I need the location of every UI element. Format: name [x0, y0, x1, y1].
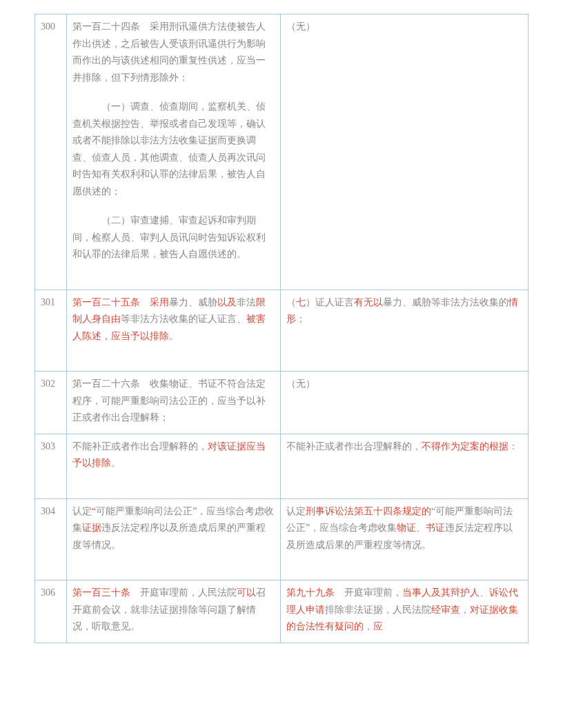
right-cell: （七）证人证言有无以暴力、威胁等非法方法收集的情形； [281, 290, 529, 372]
text-run: 有无以 [354, 297, 383, 307]
paragraph: （无） [286, 19, 522, 36]
text-run: （一）调查、侦查期间，监察机关、侦查机关根据控告、举报或者自己发现等，确认或者不… [72, 101, 266, 196]
table-row: 300第一百二十四条 采用刑讯逼供方法使被告人作出供述，之后被告人受该刑讯逼供行… [35, 14, 529, 290]
text-run: ， [364, 621, 373, 631]
table-row: 303不能补正或者作出合理解释的，对该证据应当予以排除。不能补正或者作出合理解释… [35, 434, 529, 498]
right-cell: （无） [281, 372, 529, 434]
text-run: 等非法方法收集的证人证言 [121, 314, 237, 324]
text-run: 第一百二十四条 采用刑讯逼供方法使被告人作出供述，之后被告人受该刑讯逼供行为影响… [72, 21, 266, 83]
table-row: 301第一百二十五条 采用暴力、威胁以及非法限制人身自由等非法方法收集的证人证言… [35, 290, 529, 372]
paragraph: （二）审查逮捕、审查起诉和审判期间，检察人员、审判人员讯问时告知诉讼权利和认罪的… [72, 212, 275, 263]
comparison-table: 300第一百二十四条 采用刑讯逼供方法使被告人作出供述，之后被告人受该刑讯逼供行… [34, 14, 529, 643]
text-run: （无） [286, 378, 315, 389]
paragraph: 第九十九条 开庭审理前，当事人及其辩护人、诉讼代理人申请排除非法证据，人民法院经… [286, 585, 522, 636]
text-run: 违反法定程序以及所造成后果的严重程度等情况。 [72, 523, 266, 550]
row-number: 303 [35, 434, 67, 498]
text-run: 证据 [82, 523, 101, 533]
paragraph: （七）证人证言有无以暴力、威胁等非法方法收集的情形； [286, 294, 522, 328]
left-cell: 不能补正或者作出合理解释的，对该证据应当予以排除。 [67, 434, 281, 498]
text-run: 经审查 [431, 605, 460, 615]
text-run: 可以 [237, 587, 256, 598]
paragraph: （一）调查、侦查期间，监察机关、侦查机关根据控告、举报或者自己发现等，确认或者不… [72, 99, 275, 200]
text-run: 认定 [72, 506, 92, 516]
left-cell: 认定“可能严重影响司法公正”，应当综合考虑收集证据违反法定程序以及所造成后果的严… [67, 498, 281, 580]
paragraph: （无） [286, 376, 522, 393]
text-run: 开庭审理前，人民法院 [140, 587, 237, 598]
text-run: 当事人及其辩护人 [402, 587, 480, 598]
text-run: 非法 [237, 297, 256, 307]
text-run: （二）审查逮捕、审查起诉和审判期间，检察人员、审判人员讯问时告知诉讼权利和认罪的… [72, 215, 266, 259]
text-run: ； [296, 314, 306, 324]
text-run: （无） [286, 21, 315, 32]
paragraph: 第一百二十五条 采用暴力、威胁以及非法限制人身自由等非法方法收集的证人证言、被害… [72, 294, 275, 345]
text-run: 排除非法证据，人民法院 [325, 605, 431, 615]
text-run: ： [508, 441, 518, 452]
right-cell: 认定刑事诉讼法第五十四条规定的“可能严重影响司法公正”，应当综合考虑收集物证、书… [281, 498, 529, 580]
left-cell: 第一百二十六条 收集物证、书证不符合法定程序，可能严重影响司法公正的，应当予以补… [67, 372, 281, 434]
text-run: 物证 [397, 523, 416, 533]
paragraph: 第一百二十四条 采用刑讯逼供方法使被告人作出供述，之后被告人受该刑讯逼供行为影响… [72, 19, 275, 86]
text-run: 刑事诉讼法第五十四条规定的 [306, 506, 431, 516]
paragraph: 不能补正或者作出合理解释的，对该证据应当予以排除。 [72, 438, 275, 472]
text-run: 第一百二十六条 收集物证、书证不符合法定程序，可能严重影响司法公正的，应当予以补… [72, 378, 266, 423]
text-run: 、 [480, 587, 489, 598]
left-cell: 第一百三十条 开庭审理前，人民法院可以召开庭前会议，就非法证据排除等问题了解情况… [67, 580, 281, 643]
paragraph: 第一百二十六条 收集物证、书证不符合法定程序，可能严重影响司法公正的，应当予以补… [72, 376, 275, 427]
text-run: 书证 [426, 523, 445, 533]
paragraph: 不能补正或者作出合理解释的，不得作为定案的根据： [286, 438, 522, 456]
row-number: 301 [35, 290, 67, 372]
table-row: 306第一百三十条 开庭审理前，人民法院可以召开庭前会议，就非法证据排除等问题了… [35, 580, 529, 643]
text-run: ）证人证言 [306, 297, 354, 307]
row-number: 304 [35, 498, 67, 580]
text-run: 七 [296, 297, 306, 307]
text-run: 暴力、威胁 [169, 297, 217, 307]
text-run: 开庭审理前， [344, 587, 402, 598]
paragraph: 第一百三十条 开庭审理前，人民法院可以召开庭前会议，就非法证据排除等问题了解情况… [72, 585, 275, 636]
text-run: 。 [111, 458, 121, 468]
text-run: （ [286, 297, 296, 307]
paragraph: 认定刑事诉讼法第五十四条规定的“可能严重影响司法公正”，应当综合考虑收集物证、书… [286, 503, 522, 554]
row-number: 306 [35, 580, 67, 643]
row-number: 302 [35, 372, 67, 434]
table-row: 302第一百二十六条 收集物证、书证不符合法定程序，可能严重影响司法公正的，应当… [35, 372, 529, 434]
text-run: 应 [373, 621, 383, 631]
right-cell: （无） [281, 14, 529, 290]
text-run: 不得作为定案的根据 [422, 441, 508, 452]
text-run: 第一百三十条 [72, 587, 140, 598]
text-run: 第九十九条 [286, 587, 344, 598]
left-cell: 第一百二十四条 采用刑讯逼供方法使被告人作出供述，之后被告人受该刑讯逼供行为影响… [67, 14, 281, 290]
text-run: 认定 [286, 506, 306, 516]
text-run: 、 [416, 523, 426, 533]
text-run: 。 [169, 331, 179, 341]
text-run: 不能补正或者作出合理解释的， [286, 441, 422, 452]
left-cell: 第一百二十五条 采用暴力、威胁以及非法限制人身自由等非法方法收集的证人证言、被害… [67, 290, 281, 372]
row-number: 300 [35, 14, 67, 290]
right-cell: 不能补正或者作出合理解释的，不得作为定案的根据： [281, 434, 529, 498]
text-run: ， [460, 605, 470, 615]
text-run: 以及 [217, 297, 237, 307]
right-cell: 第九十九条 开庭审理前，当事人及其辩护人、诉讼代理人申请排除非法证据，人民法院经… [281, 580, 529, 643]
paragraph: 认定“可能严重影响司法公正”，应当综合考虑收集证据违反法定程序以及所造成后果的严… [72, 503, 275, 554]
text-run: 第一百二十五条 采用 [72, 297, 169, 307]
text-run: 不能补正或者作出合理解释的， [72, 441, 208, 452]
text-run: 暴力、威胁等非法方法收集的 [383, 297, 508, 307]
table-row: 304认定“可能严重影响司法公正”，应当综合考虑收集证据违反法定程序以及所造成后… [35, 498, 529, 580]
